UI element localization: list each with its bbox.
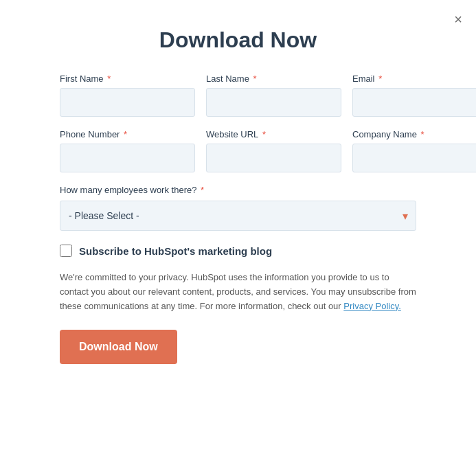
- first-name-label: First Name *: [60, 74, 195, 84]
- company-group: Company Name *: [352, 129, 476, 172]
- company-input[interactable]: [352, 144, 476, 172]
- email-required: *: [376, 74, 383, 84]
- modal-container: × Download Now First Name * Last Name * …: [0, 0, 476, 474]
- email-input[interactable]: [352, 88, 476, 117]
- modal-title: Download Now: [60, 27, 416, 53]
- last-name-input[interactable]: [206, 88, 341, 117]
- last-name-group: Last Name *: [206, 74, 341, 117]
- close-button[interactable]: ×: [454, 12, 462, 26]
- website-required: *: [260, 129, 266, 139]
- employees-required: *: [198, 185, 204, 195]
- employees-select-wrapper: - Please Select - 1-10 11-50 51-200 201-…: [60, 201, 416, 231]
- subscribe-checkbox[interactable]: [60, 245, 72, 257]
- phone-input[interactable]: [60, 144, 195, 172]
- company-label: Company Name *: [352, 129, 476, 139]
- website-input[interactable]: [206, 144, 341, 172]
- email-group: Email *: [352, 74, 476, 117]
- company-required: *: [418, 129, 424, 139]
- phone-group: Phone Number *: [60, 129, 195, 172]
- phone-required: *: [121, 129, 127, 139]
- privacy-text: We're committed to your privacy. HubSpot…: [60, 271, 416, 313]
- email-label: Email *: [352, 74, 476, 84]
- employees-select[interactable]: - Please Select - 1-10 11-50 51-200 201-…: [60, 201, 416, 231]
- last-name-required: *: [251, 74, 257, 84]
- download-now-button[interactable]: Download Now: [60, 330, 177, 364]
- first-name-input[interactable]: [60, 88, 195, 117]
- privacy-policy-link[interactable]: Privacy Policy.: [343, 301, 401, 311]
- subscribe-label[interactable]: Subscribe to HubSpot's marketing blog: [79, 245, 272, 257]
- first-name-group: First Name *: [60, 74, 195, 117]
- form-row-1: First Name * Last Name * Email *: [60, 74, 416, 117]
- last-name-label: Last Name *: [206, 74, 341, 84]
- subscribe-row: Subscribe to HubSpot's marketing blog: [60, 245, 416, 257]
- first-name-required: *: [105, 74, 111, 84]
- website-label: Website URL *: [206, 129, 341, 139]
- form-row-2: Phone Number * Website URL * Company Nam…: [60, 129, 416, 172]
- phone-label: Phone Number *: [60, 129, 195, 139]
- employees-section: How many employees work there? * - Pleas…: [60, 185, 416, 231]
- website-group: Website URL *: [206, 129, 341, 172]
- employees-label: How many employees work there? *: [60, 185, 416, 195]
